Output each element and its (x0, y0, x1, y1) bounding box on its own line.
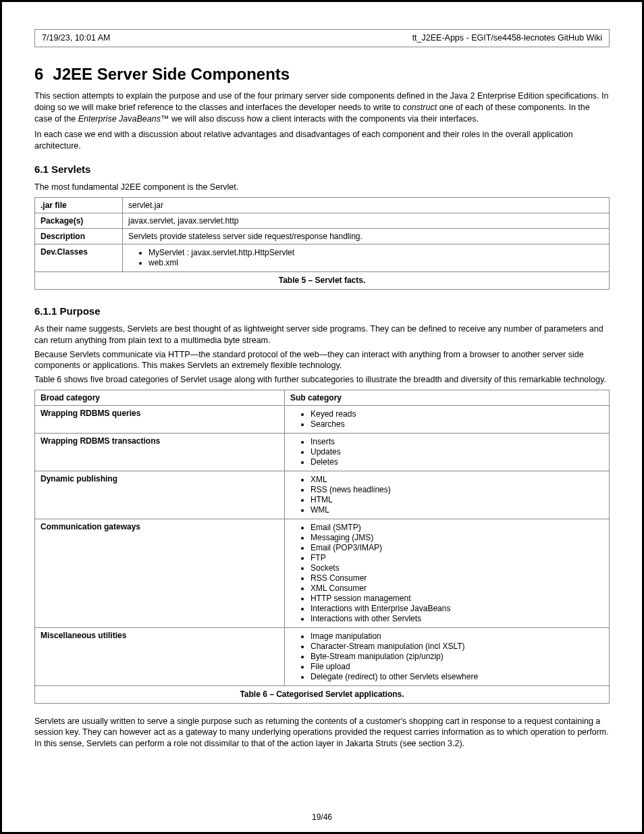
table-row: DescriptionServlets provide stateless se… (35, 229, 610, 244)
purpose-paragraph-2: Because Servlets communicate via HTTP—th… (34, 349, 610, 372)
table-cell-category: Dynamic publishing (35, 471, 285, 519)
table-cell-label: Description (35, 229, 123, 244)
list-item: HTTP session management (311, 594, 603, 604)
table-row: Dev.ClassesMyServlet : javax.servlet.htt… (35, 244, 610, 272)
table-cell-subcategory: Email (SMTP)Messaging (JMS)Email (POP3/I… (285, 519, 610, 628)
list-item: web.xml (149, 258, 603, 268)
list-item: MyServlet : javax.servlet.http.HttpServl… (149, 248, 603, 258)
table-cell-subcategory: Keyed readsSearches (285, 406, 610, 434)
table-cell-category: Miscellaneous utilities (35, 628, 285, 686)
list-item: WML (311, 505, 603, 515)
header-title: tt_J2EE-Apps - EGIT/se4458-lecnotes GitH… (412, 32, 602, 44)
table-row: Dynamic publishingXMLRSS (news headlines… (35, 471, 610, 519)
list-item: Inserts (311, 437, 603, 447)
list-item: XML (311, 475, 603, 485)
servlet-facts-table: .jar fileservlet.jarPackage(s)javax.serv… (34, 197, 610, 290)
table-cell-label: Package(s) (35, 213, 123, 228)
page-header: 7/19/23, 10:01 AM tt_J2EE-Apps - EGIT/se… (34, 29, 610, 47)
table-row: Package(s)javax.servlet, javax.servlet.h… (35, 213, 610, 228)
servlet-categories-table: Broad category Sub category Wrapping RDB… (34, 390, 610, 703)
table-cell-value: MyServlet : javax.servlet.http.HttpServl… (123, 244, 610, 272)
table-cell-value: servlet.jar (123, 197, 610, 213)
cell-list: MyServlet : javax.servlet.http.HttpServl… (128, 248, 603, 268)
page-number: 19/46 (2, 812, 642, 823)
tail-paragraph: Servlets are usually written to serve a … (34, 716, 610, 750)
intro-paragraph-1: This section attempts to explain the pur… (34, 90, 610, 125)
list-item: FTP (311, 553, 603, 563)
list-item: Image manipulation (311, 631, 603, 642)
cell-list: Keyed readsSearches (290, 409, 603, 429)
intro-paragraph-2: In each case we end with a discussion ab… (34, 129, 610, 152)
table-caption-5: Table 5 – Servlet facts. (34, 272, 610, 289)
list-item: Interactions with other Servlets (311, 614, 603, 624)
purpose-paragraph-1: As their name suggests, Servlets are bes… (34, 323, 610, 346)
list-item: File upload (311, 662, 603, 672)
table-cell-subcategory: XMLRSS (news headlines)HTMLWML (285, 471, 610, 519)
table-row: Communication gatewaysEmail (SMTP)Messag… (35, 519, 610, 628)
list-item: RSS (news headlines) (311, 485, 603, 495)
list-item: Character-Stream manipulation (incl XSLT… (311, 642, 603, 652)
table-cell-label: .jar file (35, 197, 123, 213)
table-row: Wrapping RDBMS transactionsInsertsUpdate… (35, 434, 610, 471)
table-cell-label: Dev.Classes (35, 244, 123, 272)
table-cell-subcategory: Image manipulationCharacter-Stream manip… (285, 628, 610, 686)
list-item: RSS Consumer (311, 573, 603, 583)
list-item: Sockets (311, 563, 603, 573)
table2-header-broad: Broad category (35, 390, 285, 406)
table-row: Wrapping RDBMS queriesKeyed readsSearche… (35, 406, 610, 434)
subsection-heading: 6.1 Servlets (34, 163, 610, 176)
table-cell-value: Servlets provide stateless server side r… (123, 229, 610, 244)
list-item: Searches (311, 419, 603, 429)
header-timestamp: 7/19/23, 10:01 AM (42, 32, 110, 44)
list-item: XML Consumer (311, 583, 603, 594)
purpose-paragraph-3: Table 6 shows five broad categories of S… (34, 374, 610, 386)
section-number: 6 (34, 65, 43, 83)
list-item: Email (POP3/IMAP) (311, 543, 603, 553)
table-row: .jar fileservlet.jar (35, 197, 610, 213)
list-item: Keyed reads (311, 409, 603, 419)
list-item: Interactions with Enterprise JavaBeans (311, 604, 603, 614)
list-item: Email (SMTP) (311, 523, 603, 533)
table-caption-6: Table 6 – Categorised Servlet applicatio… (34, 686, 610, 703)
table2-header-sub: Sub category (285, 390, 610, 406)
cell-list: Image manipulationCharacter-Stream manip… (290, 631, 603, 682)
table-cell-value: javax.servlet, javax.servlet.http (123, 213, 610, 228)
table-cell-category: Wrapping RDBMS transactions (35, 434, 285, 471)
list-item: Updates (311, 447, 603, 457)
list-item: Byte-Stream manipulation (zip/unzip) (311, 652, 603, 662)
cell-list: InsertsUpdatesDeletes (290, 437, 603, 467)
table-row: Miscellaneous utilitiesImage manipulatio… (35, 628, 610, 686)
list-item: Delegate (redirect) to other Servlets el… (311, 672, 603, 682)
section-text: J2EE Server Side Components (53, 65, 290, 83)
servlet-intro: The most fundamental J2EE component is t… (34, 182, 610, 193)
table-cell-subcategory: InsertsUpdatesDeletes (285, 434, 610, 471)
document-page: 7/19/23, 10:01 AM tt_J2EE-Apps - EGIT/se… (0, 0, 644, 834)
section-heading: 6J2EE Server Side Components (34, 63, 610, 85)
table-cell-category: Communication gateways (35, 519, 285, 628)
subsubsection-heading: 6.1.1 Purpose (34, 305, 610, 318)
cell-list: Email (SMTP)Messaging (JMS)Email (POP3/I… (290, 523, 603, 624)
table-cell-category: Wrapping RDBMS queries (35, 406, 285, 434)
list-item: HTML (311, 495, 603, 505)
list-item: Messaging (JMS) (311, 533, 603, 543)
cell-list: XMLRSS (news headlines)HTMLWML (290, 475, 603, 515)
list-item: Deletes (311, 457, 603, 467)
